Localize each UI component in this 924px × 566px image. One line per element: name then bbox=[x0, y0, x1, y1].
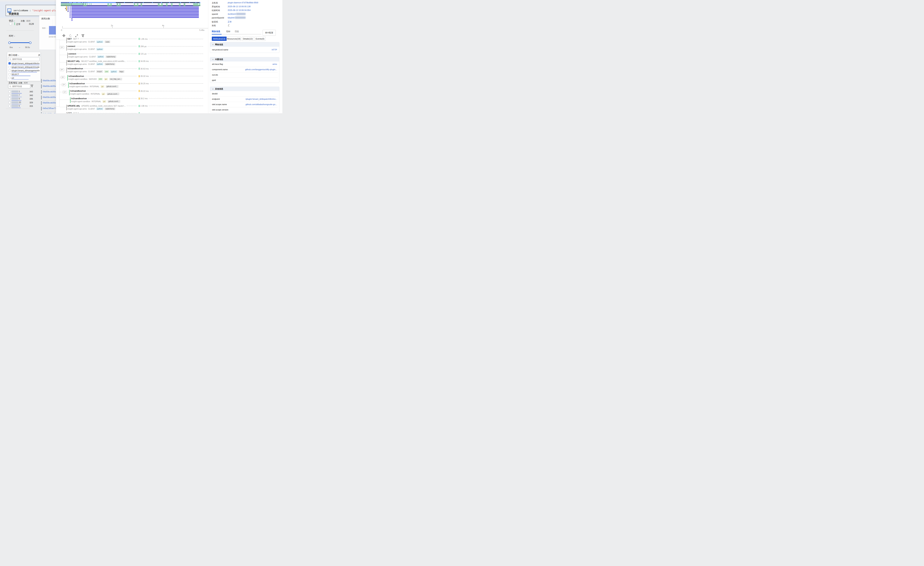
host-search[interactable] bbox=[8, 84, 30, 88]
interface-section-label[interactable]: 接口名称∨ bbox=[9, 54, 19, 57]
span-collapse-badge[interactable]: 1▼ bbox=[60, 46, 64, 49]
span-title-row[interactable]: /v1/sandbox/run bbox=[70, 90, 138, 92]
interface-item-label[interactable]: /plugin/:tenant_id/dispatch/llm/invoke bbox=[12, 62, 39, 64]
refresh-icon[interactable] bbox=[69, 34, 72, 37]
attribute-section-header[interactable]: ∨内置信息 bbox=[210, 57, 279, 61]
host-search-input[interactable] bbox=[12, 85, 30, 88]
status-normal-checkbox[interactable] bbox=[9, 22, 12, 25]
attr-tab-details[interactable]: Details(12) bbox=[242, 37, 254, 41]
detail-field-value[interactable]: 68a944 bbox=[228, 16, 246, 19]
interface-item-label[interactable]: SELECT bbox=[12, 73, 19, 75]
event-config-button[interactable]: 事件配置 bbox=[262, 30, 276, 36]
span-title-row[interactable]: connect bbox=[68, 52, 138, 55]
duration-max: 59.5s bbox=[25, 46, 30, 48]
slider-handle-min[interactable] bbox=[8, 42, 11, 44]
back-icon[interactable]: ← bbox=[8, 9, 11, 12]
detail-field-value[interactable]: 2025-08-13 10:06:00.138 bbox=[228, 5, 250, 7]
section-title: 网络信息 bbox=[215, 43, 223, 46]
detail-field-value[interactable]: plugin-daemon-67d79bd9bb-l95t9 bbox=[228, 1, 258, 4]
trace-status-bar bbox=[41, 84, 42, 88]
detail-field-value[interactable]: 正常 bbox=[228, 21, 232, 23]
interface-item-checkbox[interactable] bbox=[9, 69, 11, 72]
host-row-checkbox[interactable] bbox=[9, 102, 11, 103]
host-section-label[interactable]: 主机地址∨ bbox=[9, 81, 19, 84]
slider-handle-max[interactable] bbox=[29, 42, 32, 44]
interface-item-checkbox[interactable] bbox=[9, 66, 11, 68]
attr-tab-resources[interactable]: Resources(19) bbox=[226, 37, 241, 41]
interface-item-checkbox[interactable]: ✓ bbox=[9, 62, 11, 64]
minimap-segment bbox=[70, 15, 70, 16]
attribute-section-header[interactable]: ∨网络信息 bbox=[210, 42, 279, 47]
tab-logs[interactable]: 日志 bbox=[235, 30, 239, 33]
span-title-row[interactable]: /v1/sandbox/run bbox=[68, 67, 138, 70]
trace-id-link[interactable]: 0d0a23f5ae713227fb bbox=[43, 113, 56, 113]
chart-bar[interactable] bbox=[49, 26, 57, 34]
duration-section-label[interactable]: 耗时∨ bbox=[9, 34, 15, 37]
edit-pencil-icon[interactable] bbox=[228, 24, 230, 26]
attribute-value[interactable]: github.com/langgenius/dify-plugin... bbox=[232, 68, 277, 70]
status-section-label[interactable]: 状态∨ bbox=[9, 19, 15, 22]
tree-guide bbox=[60, 40, 66, 40]
tab-extra-info[interactable]: 附加信息 bbox=[212, 30, 220, 33]
trace-id-link[interactable]: 0fa60bcdd35e16772 bbox=[43, 85, 56, 88]
interface-item-label[interactable]: /plugin/:tenant_id/management/models bbox=[12, 69, 39, 72]
attribute-value[interactable]: arms bbox=[232, 63, 277, 65]
attr-tab-events[interactable]: Events(0) bbox=[255, 37, 266, 41]
detail-field-value[interactable]: 2025-08-13 10:06:04.954 bbox=[228, 9, 250, 11]
interface-item-label[interactable]: set bbox=[12, 77, 14, 79]
minimap-segment bbox=[144, 2, 152, 3]
span-collapse-badge[interactable]: 2▼ bbox=[62, 83, 66, 86]
host-row-checkbox[interactable] bbox=[9, 90, 11, 93]
span-title-row[interactable]: GETGET ? bbox=[68, 112, 138, 113]
interface-search-input[interactable] bbox=[12, 58, 39, 60]
chart-ytick: 500 bbox=[40, 27, 45, 29]
detail-field-value[interactable]: 3e282e9 bbox=[228, 13, 246, 15]
span-duration: 131 µs bbox=[139, 52, 204, 55]
span-title-row[interactable]: UPDATE difyUPDATE workflow_node_executio… bbox=[68, 105, 138, 107]
detail-field-label: 状态码 bbox=[212, 21, 218, 23]
host-row-suffix: 1 bbox=[19, 90, 20, 93]
span-title-row[interactable]: GETGET ? bbox=[68, 37, 138, 40]
host-row-checkbox[interactable] bbox=[9, 105, 11, 107]
query-prefix: serviceName : bbox=[14, 9, 32, 12]
span-title-row[interactable]: /v1/sandbox/run bbox=[71, 97, 138, 100]
filter-funnel-icon[interactable] bbox=[31, 85, 33, 87]
attr-tab-attributes[interactable]: Attributes(13) bbox=[212, 37, 226, 41]
span-duration bbox=[139, 112, 204, 113]
host-row-checkbox[interactable] bbox=[9, 98, 11, 100]
span-collapse-badge[interactable]: 3▼ bbox=[61, 76, 65, 79]
interface-search[interactable] bbox=[8, 57, 39, 61]
span-title-row[interactable]: connect bbox=[68, 45, 138, 48]
attribute-value[interactable]: github.com/alibaba/loongsuite-go... bbox=[232, 103, 277, 105]
attribute-value[interactable]: /plugin/:tenant_id/dispatch/llm/inv... bbox=[232, 98, 277, 100]
interface-item-checkbox[interactable] bbox=[9, 77, 11, 79]
host-row-checkbox[interactable] bbox=[9, 94, 11, 96]
span-duration: 1.95 ms bbox=[139, 38, 204, 40]
interface-item-checkbox[interactable] bbox=[9, 73, 11, 75]
span-collapse-badge[interactable]: 4▼ bbox=[60, 68, 64, 71]
minimap-segment bbox=[68, 11, 68, 12]
span-title-row[interactable]: /v1/sandbox/run bbox=[68, 75, 138, 77]
trace-id-link[interactable]: 0fa60bcdd35e16772 bbox=[43, 79, 56, 82]
minimap-segment bbox=[63, 4, 63, 4]
span-title-row[interactable]: /v1/sandbox/run bbox=[69, 82, 138, 85]
duration-slider[interactable] bbox=[9, 42, 32, 43]
span-tag: redis bbox=[105, 40, 110, 43]
interface-item-label[interactable]: /plugin/:tenant_id/dispatch/model/schema bbox=[12, 66, 39, 68]
attribute-section-header[interactable]: ∨其他信息 bbox=[210, 87, 279, 91]
filter-funnel-icon[interactable] bbox=[81, 34, 84, 37]
span-collapse-badge[interactable]: 1▼ bbox=[63, 91, 67, 93]
trace-id-link[interactable]: 0fa60bcdd35e16772 bbox=[43, 96, 56, 99]
expand-icon[interactable] bbox=[75, 34, 78, 37]
duration-tick bbox=[139, 45, 140, 47]
locate-icon[interactable] bbox=[62, 34, 65, 37]
trace-id-link[interactable]: 0fa60bcdd35e16772 bbox=[43, 102, 56, 105]
attribute-value[interactable]: HTTP bbox=[232, 49, 277, 51]
span-title-row[interactable]: SELECT difySELECT workflow_node_executio… bbox=[68, 60, 138, 63]
minimap-segment bbox=[70, 9, 70, 10]
trace-id-link[interactable]: 0d0a23f5ae713227fb bbox=[43, 107, 56, 110]
minimap-segment bbox=[62, 4, 62, 4]
axis-tick bbox=[62, 26, 63, 28]
trace-id-link[interactable]: 0fa60bcdd35e16772 bbox=[43, 90, 56, 93]
tab-metrics[interactable]: 指标 bbox=[226, 30, 231, 33]
